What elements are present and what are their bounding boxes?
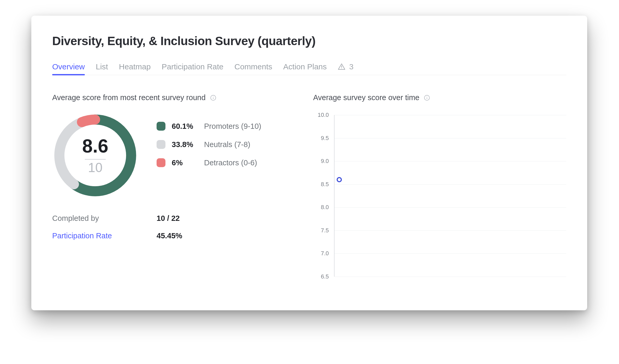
over-time-title: Average survey score over time: [313, 93, 419, 102]
y-tick: 6.5: [313, 273, 329, 280]
score-divider: [85, 159, 106, 160]
swatch-neutrals: [157, 140, 165, 149]
content-row: Average score from most recent survey ro…: [52, 93, 566, 279]
svg-point-11: [427, 96, 427, 97]
average-score-value: 8.6: [82, 137, 108, 155]
warning-triangle-icon: [338, 63, 346, 71]
participation-rate-link[interactable]: Participation Rate: [52, 232, 157, 240]
score-max: 10: [88, 161, 103, 174]
alert-count: 3: [349, 62, 354, 71]
info-icon[interactable]: [210, 94, 217, 101]
participation-rate-value: 45.45%: [157, 232, 292, 240]
tab-participation-rate[interactable]: Participation Rate: [162, 58, 223, 75]
tab-list[interactable]: List: [96, 58, 108, 75]
neutrals-label: Neutrals (7-8): [204, 140, 250, 149]
promoters-pct: 60.1%: [172, 122, 198, 131]
y-tick: 9.5: [313, 135, 329, 142]
completion-stats: Completed by 10 / 22 Participation Rate …: [52, 214, 292, 240]
detractors-label: Detractors (0-6): [204, 159, 257, 167]
tab-alerts[interactable]: 3: [338, 58, 354, 75]
y-tick: 7.0: [313, 250, 329, 257]
score-over-time-panel: Average survey score over time 10.0 9.5 …: [313, 93, 566, 279]
tab-comments[interactable]: Comments: [234, 58, 272, 75]
info-icon[interactable]: [424, 94, 430, 101]
swatch-detractors: [157, 158, 165, 167]
score-line-chart: 10.0 9.5 9.0 8.5 8.0 7.5 7.0 6.5: [313, 112, 566, 279]
y-tick: 9.0: [313, 158, 329, 165]
score-legend: 60.1% Promoters (9-10) 33.8% Neutrals (7…: [157, 112, 261, 167]
tab-action-plans[interactable]: Action Plans: [283, 58, 327, 75]
legend-detractors: 6% Detractors (0-6): [157, 158, 261, 167]
completed-by-value: 10 / 22: [157, 214, 292, 223]
completed-by-label: Completed by: [52, 214, 157, 223]
promoters-label: Promoters (9-10): [204, 122, 261, 131]
recent-score-panel: Average score from most recent survey ro…: [52, 93, 292, 279]
y-tick: 8.5: [313, 181, 329, 188]
svg-point-1: [341, 68, 342, 69]
y-axis: 10.0 9.5 9.0 8.5 8.0 7.5 7.0 6.5: [313, 112, 331, 279]
survey-results-card: Diversity, Equity, & Inclusion Survey (q…: [31, 16, 587, 310]
tab-heatmap[interactable]: Heatmap: [119, 58, 151, 75]
neutrals-pct: 33.8%: [172, 140, 198, 149]
detractors-pct: 6%: [172, 159, 198, 167]
swatch-promoters: [157, 122, 165, 131]
data-point[interactable]: [337, 177, 342, 182]
tab-overview[interactable]: Overview: [52, 58, 85, 75]
plot-area: [334, 115, 566, 277]
y-tick: 10.0: [313, 112, 329, 118]
y-tick: 7.5: [313, 227, 329, 234]
legend-neutrals: 33.8% Neutrals (7-8): [157, 140, 261, 149]
recent-score-title: Average score from most recent survey ro…: [52, 93, 206, 102]
page-title: Diversity, Equity, & Inclusion Survey (q…: [52, 34, 566, 48]
score-donut: 8.6 10: [52, 112, 138, 198]
svg-point-4: [213, 96, 213, 97]
legend-promoters: 60.1% Promoters (9-10): [157, 122, 261, 131]
tabs-bar: Overview List Heatmap Participation Rate…: [52, 58, 566, 75]
y-tick: 8.0: [313, 204, 329, 211]
